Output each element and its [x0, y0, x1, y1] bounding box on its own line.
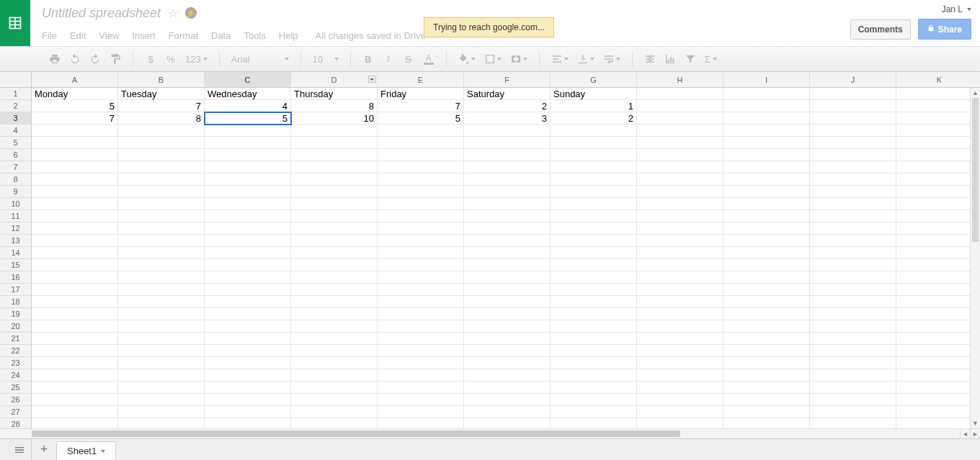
cell-D15[interactable]	[291, 259, 378, 271]
menu-insert[interactable]: Insert	[132, 30, 156, 41]
cell-K7[interactable]	[896, 161, 980, 173]
cell-A11[interactable]	[32, 210, 118, 222]
cell-D12[interactable]	[291, 222, 378, 235]
cell-G22[interactable]	[551, 345, 637, 357]
filter-button[interactable]	[685, 53, 696, 65]
cell-H8[interactable]	[637, 173, 723, 186]
cell-I21[interactable]	[723, 333, 810, 345]
cell-A16[interactable]	[32, 271, 118, 284]
cell-J14[interactable]	[810, 247, 896, 259]
cell-J9[interactable]	[810, 186, 896, 198]
column-header-E[interactable]: E	[378, 72, 464, 88]
cell-E8[interactable]	[378, 173, 464, 186]
cell-E6[interactable]	[378, 149, 464, 161]
cell-J1[interactable]	[810, 88, 896, 100]
cell-C23[interactable]	[205, 357, 291, 369]
cell-I17[interactable]	[723, 284, 810, 296]
cell-E21[interactable]	[378, 333, 464, 345]
cell-G8[interactable]	[551, 173, 637, 186]
cell-I25[interactable]	[723, 382, 810, 394]
sheet-tab-1[interactable]: Sheet1	[56, 441, 116, 460]
cell-I16[interactable]	[723, 271, 810, 284]
cell-C3[interactable]: 5	[205, 112, 291, 125]
italic-button[interactable]: I	[383, 53, 394, 65]
cell-E24[interactable]	[378, 369, 464, 382]
cell-F8[interactable]	[464, 173, 551, 186]
scroll-down-button[interactable]: ▼	[971, 418, 980, 428]
cell-E18[interactable]	[378, 296, 464, 308]
row-header-28[interactable]: 28	[0, 418, 32, 428]
row-header-18[interactable]: 18	[0, 296, 32, 308]
cell-B23[interactable]	[118, 357, 205, 369]
cell-G16[interactable]	[551, 271, 637, 284]
cell-K14[interactable]	[896, 247, 980, 259]
scroll-left-button[interactable]: ◄	[960, 429, 970, 439]
undo-button[interactable]	[69, 53, 81, 65]
percent-button[interactable]: %	[165, 54, 177, 65]
cell-D14[interactable]	[291, 247, 378, 259]
cell-J21[interactable]	[810, 333, 896, 345]
cell-B19[interactable]	[118, 308, 205, 320]
cell-I20[interactable]	[723, 320, 810, 333]
cell-K15[interactable]	[896, 259, 980, 271]
cell-K9[interactable]	[896, 186, 980, 198]
cell-F15[interactable]	[464, 259, 551, 271]
cell-B5[interactable]	[118, 137, 205, 149]
cell-B12[interactable]	[118, 222, 205, 235]
cell-I3[interactable]	[723, 112, 810, 125]
cell-F25[interactable]	[464, 382, 551, 394]
paint-format-button[interactable]	[110, 53, 121, 65]
cell-C21[interactable]	[205, 333, 291, 345]
cell-G14[interactable]	[551, 247, 637, 259]
cell-I27[interactable]	[723, 406, 810, 418]
cell-J5[interactable]	[810, 137, 896, 149]
cell-H26[interactable]	[637, 394, 723, 406]
cell-J17[interactable]	[810, 284, 896, 296]
cell-H27[interactable]	[637, 406, 723, 418]
cell-C7[interactable]	[205, 161, 291, 173]
cell-B15[interactable]	[118, 259, 205, 271]
cell-G25[interactable]	[551, 382, 637, 394]
row-header-14[interactable]: 14	[0, 247, 32, 259]
row-header-19[interactable]: 19	[0, 308, 32, 320]
cell-F7[interactable]	[464, 161, 551, 173]
cell-F5[interactable]	[464, 137, 551, 149]
cell-K20[interactable]	[896, 320, 980, 333]
cell-I28[interactable]	[723, 418, 810, 428]
cell-F6[interactable]	[464, 149, 551, 161]
comments-button[interactable]: Comments	[850, 19, 911, 40]
cell-H22[interactable]	[637, 345, 723, 357]
row-header-15[interactable]: 15	[0, 259, 32, 271]
cell-E19[interactable]	[378, 308, 464, 320]
cell-J18[interactable]	[810, 296, 896, 308]
cell-D19[interactable]	[291, 308, 378, 320]
row-header-4[interactable]: 4	[0, 125, 32, 137]
cell-C1[interactable]: Wednesday	[205, 88, 291, 100]
cell-G26[interactable]	[551, 394, 637, 406]
wrap-button[interactable]	[603, 53, 620, 65]
horizontal-scrollbar[interactable]: ◄ ►	[0, 428, 980, 438]
cell-G24[interactable]	[551, 369, 637, 382]
cell-C15[interactable]	[205, 259, 291, 271]
cell-F19[interactable]	[464, 308, 551, 320]
cell-B13[interactable]	[118, 235, 205, 247]
cell-C5[interactable]	[205, 137, 291, 149]
cell-B20[interactable]	[118, 320, 205, 333]
cell-A6[interactable]	[32, 149, 118, 161]
cell-K12[interactable]	[896, 222, 980, 235]
cell-A23[interactable]	[32, 357, 118, 369]
cell-J10[interactable]	[810, 198, 896, 210]
cell-B10[interactable]	[118, 198, 205, 210]
cell-F11[interactable]	[464, 210, 551, 222]
menu-help[interactable]: Help	[279, 30, 298, 41]
cell-F2[interactable]: 2	[464, 100, 551, 112]
column-header-B[interactable]: B	[118, 72, 205, 88]
row-header-6[interactable]: 6	[0, 149, 32, 161]
cell-K6[interactable]	[896, 149, 980, 161]
cell-F9[interactable]	[464, 186, 551, 198]
cell-E3[interactable]: 5	[378, 112, 464, 125]
cell-E4[interactable]	[378, 125, 464, 137]
cell-A19[interactable]	[32, 308, 118, 320]
menu-format[interactable]: Format	[169, 30, 198, 41]
cell-E11[interactable]	[378, 210, 464, 222]
